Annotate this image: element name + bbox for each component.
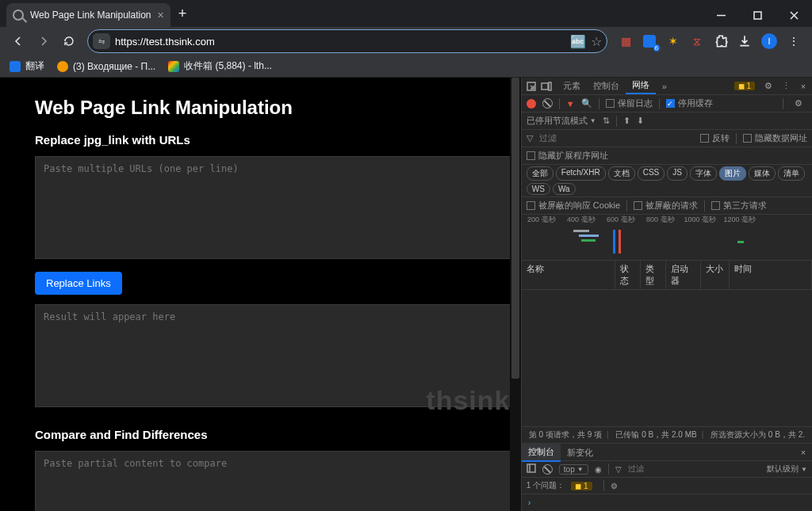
- compare-input[interactable]: [35, 451, 521, 511]
- hide-ext-checkbox[interactable]: 隐藏扩展程序网址: [527, 150, 608, 162]
- network-timeline[interactable]: 200 毫秒400 毫秒600 毫秒800 毫秒1000 毫秒1200 毫秒: [522, 215, 812, 261]
- chip-字体[interactable]: 字体: [690, 166, 717, 181]
- bookmark-star-icon[interactable]: ☆: [591, 34, 602, 49]
- blocked-cookie-checkbox[interactable]: 被屏蔽的响应 Cookie: [527, 200, 620, 212]
- timeline-label: 1200 毫秒: [720, 215, 760, 225]
- blocked-req-checkbox[interactable]: 被屏蔽的请求: [634, 200, 698, 212]
- chip-图片[interactable]: 图片: [719, 166, 746, 181]
- bookmark-item[interactable]: (3) Входящие - П...: [57, 61, 155, 72]
- search-icon[interactable]: 🔍: [581, 98, 592, 109]
- replace-links-button[interactable]: Replace Links: [35, 272, 122, 295]
- chip-css[interactable]: CSS: [638, 166, 665, 181]
- devtools-tab-console[interactable]: 控制台: [587, 78, 626, 94]
- disable-cache-checkbox[interactable]: ✓停用缓存: [666, 97, 713, 109]
- col-size[interactable]: 大小: [701, 261, 730, 289]
- clear-button[interactable]: [542, 98, 553, 109]
- devtools-tab-network[interactable]: 网络: [626, 78, 656, 94]
- menu-icon[interactable]: ⋮: [787, 34, 801, 48]
- url-text[interactable]: https://test.thsink.com: [115, 36, 565, 48]
- ext-icon-3[interactable]: ✶: [666, 34, 680, 48]
- record-button[interactable]: [527, 99, 536, 109]
- issues-badge[interactable]: ◼ 1: [571, 482, 592, 490]
- result-output[interactable]: [35, 304, 521, 407]
- close-window-button[interactable]: [776, 3, 812, 27]
- network-filter-row-3: 被屏蔽的响应 Cookie 被屏蔽的请求 第三方请求: [522, 197, 812, 215]
- third-party-checkbox[interactable]: 第三方请求: [711, 200, 767, 212]
- reload-button[interactable]: [57, 29, 81, 53]
- ext-icon-1[interactable]: ▦: [619, 34, 633, 48]
- preserve-log-checkbox[interactable]: 保留日志: [606, 97, 653, 109]
- scrollbar-thumb[interactable]: [511, 78, 519, 379]
- drawer-close-icon[interactable]: ×: [795, 448, 812, 457]
- console-sidebar-icon[interactable]: [527, 463, 536, 475]
- tab-strip: Web Page Link Manipulation × +: [0, 3, 186, 27]
- address-bar[interactable]: ⇆ https://test.thsink.com 🔤 ☆: [87, 29, 607, 53]
- throttle-select[interactable]: 已停用节流模式 ▼: [527, 115, 596, 127]
- site-info-icon[interactable]: ⇆: [93, 33, 110, 49]
- console-filter-input[interactable]: 过滤: [628, 463, 644, 475]
- col-status[interactable]: 状态: [615, 261, 641, 289]
- devtools-menu-icon[interactable]: ⋮: [777, 81, 795, 91]
- tab-close-icon[interactable]: ×: [158, 9, 164, 21]
- bookmark-item[interactable]: 翻译: [10, 59, 44, 73]
- filter-icon[interactable]: ▽: [527, 133, 533, 143]
- section-heading-compare: Compare and Find Differences: [35, 428, 486, 441]
- devtools-close-icon[interactable]: ×: [795, 82, 812, 91]
- web-page: Web Page Link Manipulation Replace jpg_l…: [0, 78, 521, 511]
- chip-清单[interactable]: 清单: [778, 166, 805, 181]
- filter-input[interactable]: 过滤: [539, 132, 694, 144]
- upload-icon[interactable]: ⬆: [623, 116, 630, 126]
- drawer-tab-console[interactable]: 控制台: [522, 443, 561, 462]
- new-tab-button[interactable]: +: [178, 6, 187, 22]
- svg-rect-7: [527, 464, 535, 472]
- timeline-label: 1000 毫秒: [680, 215, 720, 225]
- col-type[interactable]: 类型: [641, 261, 666, 289]
- download-har-icon[interactable]: ⬇: [637, 116, 644, 126]
- network-settings-icon[interactable]: ⚙: [790, 98, 807, 109]
- col-name[interactable]: 名称: [522, 261, 615, 289]
- minimize-button[interactable]: [703, 3, 739, 27]
- page-scrollbar[interactable]: [510, 78, 521, 511]
- ext-icon-4[interactable]: ⧖: [690, 34, 704, 48]
- chip-ws[interactable]: WS: [527, 183, 550, 195]
- timeline-label: 200 毫秒: [522, 215, 561, 225]
- urls-input[interactable]: [35, 156, 521, 259]
- chip-全部[interactable]: 全部: [527, 166, 553, 181]
- chip-媒体[interactable]: 媒体: [749, 166, 776, 181]
- console-body[interactable]: ›: [522, 494, 812, 511]
- timeline-label: 800 毫秒: [641, 215, 680, 225]
- wifi-icon[interactable]: ⇅: [603, 116, 610, 126]
- profile-avatar[interactable]: I: [761, 33, 777, 49]
- log-level-select[interactable]: 默认级别 ▼: [767, 463, 807, 475]
- devtools-settings-icon[interactable]: ⚙: [760, 81, 777, 91]
- chip-文档[interactable]: 文档: [608, 166, 635, 181]
- download-icon[interactable]: [737, 34, 752, 48]
- col-time[interactable]: 时间: [730, 261, 812, 289]
- filter-toggle-icon[interactable]: ▼: [566, 99, 575, 109]
- browser-tab[interactable]: Web Page Link Manipulation ×: [6, 3, 170, 27]
- drawer-tab-changes[interactable]: 新变化: [561, 444, 599, 461]
- bookmark-item[interactable]: 收件箱 (5,884) - lth...: [168, 59, 272, 73]
- inspect-icons[interactable]: [522, 78, 557, 94]
- back-button[interactable]: [6, 29, 30, 53]
- chip-fetch/xhr[interactable]: Fetch/XHR: [556, 166, 606, 181]
- devtools-tab-more[interactable]: »: [656, 78, 673, 94]
- devtools-tab-elements[interactable]: 元素: [557, 78, 587, 94]
- live-expr-icon[interactable]: ◉: [595, 465, 602, 474]
- chip-js[interactable]: JS: [667, 166, 688, 181]
- col-initiator[interactable]: 启动器: [666, 261, 701, 289]
- hide-data-checkbox[interactable]: 隐藏数据网址: [743, 132, 807, 144]
- console-settings-icon[interactable]: ⚙: [611, 482, 618, 490]
- console-clear-icon[interactable]: [542, 464, 553, 475]
- translate-icon[interactable]: 🔤: [570, 34, 586, 49]
- forward-button[interactable]: [32, 29, 56, 53]
- extensions-menu-icon[interactable]: [714, 34, 728, 48]
- invert-checkbox[interactable]: 反转: [700, 132, 730, 144]
- warnings-badge[interactable]: ◼ 1: [734, 82, 755, 90]
- chip-wa[interactable]: Wa: [553, 183, 576, 195]
- maximize-button[interactable]: [739, 3, 776, 27]
- svg-rect-1: [754, 12, 761, 19]
- ext-icon-2[interactable]: 6: [642, 34, 657, 48]
- content-area: Web Page Link Manipulation Replace jpg_l…: [0, 78, 812, 511]
- exec-context-select[interactable]: top ▼: [559, 464, 588, 475]
